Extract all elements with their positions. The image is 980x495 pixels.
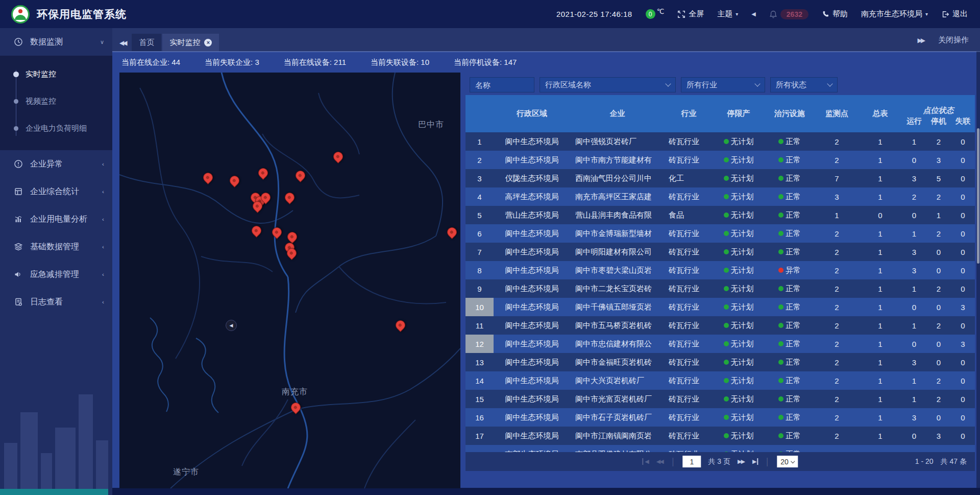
table-row[interactable]: 10阆中生态环境局阆中千佛镇五郎垭页岩砖瓦行业无计划正常21003: [465, 298, 975, 316]
table-row[interactable]: 8阆中生态环境局阆中市枣碧大梁山页岩砖瓦行业无计划异常21300: [465, 261, 975, 279]
cell-company: 阆中市江南镇阆南页岩: [570, 431, 665, 441]
table-row[interactable]: 14阆中生态环境局阆中大兴页岩机砖厂砖瓦行业无计划正常21120: [465, 371, 975, 390]
table-row[interactable]: 9阆中生态环境局阆中市二龙长宝页岩砖砖瓦行业无计划正常21120: [465, 279, 975, 298]
sidebar-subitem-realtime-monitor[interactable]: 实时监控: [0, 61, 112, 88]
table-row[interactable]: 4高坪生态环境局南充市高坪区王家店建砖瓦行业无计划正常31220: [465, 187, 975, 206]
sidebar-item-emergency-reduction[interactable]: 应急减排管理‹: [0, 261, 112, 288]
cell-monitor-points: 2: [815, 303, 859, 312]
prev-page-button[interactable]: ◀◀: [656, 458, 664, 465]
theme-dropdown[interactable]: 主题 ▾: [717, 9, 738, 19]
cell-monitor-points: 2: [815, 266, 859, 275]
table-row[interactable]: 17阆中生态环境局阆中市江南镇阆南页岩砖瓦行业无计划正常21030: [465, 427, 975, 445]
cell-region: 阆中生态环境局: [494, 229, 570, 239]
close-tab-icon[interactable]: ×: [204, 39, 212, 46]
cell-running: 3: [902, 248, 926, 256]
table-row[interactable]: 11阆中生态环境局阆中市五马桥页岩机砖砖瓦行业无计划正常21120: [465, 316, 975, 335]
tabs-scroll-left-icon[interactable]: ◀◀: [119, 39, 126, 46]
logout-button[interactable]: 退出: [941, 9, 968, 19]
cell-treatment-status: 正常: [764, 358, 815, 367]
scrollbar-thumb[interactable]: [977, 128, 979, 264]
stats-icon: [13, 186, 23, 197]
cell-industry: 化工: [665, 174, 713, 183]
region-filter-select[interactable]: 行政区域名称: [540, 77, 676, 92]
cell-treatment-status: 正常: [764, 155, 815, 165]
table-row[interactable]: 7阆中生态环境局阆中明阳建材有限公司砖瓦行业无计划正常21300: [465, 243, 975, 261]
filter-bar: 行政区域名称 所有行业 所有状态: [470, 77, 838, 92]
table-row[interactable]: 12阆中生态环境局阆中市忠信建材有限公砖瓦行业无计划正常21003: [465, 335, 975, 353]
page-number-input[interactable]: [682, 456, 701, 467]
sidebar-subitem-video-monitor[interactable]: 视频监控: [0, 88, 112, 115]
main-content: 当前在线企业: 44当前失联企业: 3当前在线设备: 211当前失联设备: 10…: [112, 52, 980, 488]
table-row[interactable]: 15阆中生态环境局阆中市光富页岩机砖厂砖瓦行业无计划正常21120: [465, 390, 975, 408]
app-title: 环保用电监管系统: [37, 7, 127, 21]
tabs-scroll-right-icon[interactable]: ▶▶: [918, 37, 924, 44]
sidebar-item-power-usage-analysis[interactable]: 企业用电量分析‹: [0, 205, 112, 233]
table-row[interactable]: 5营山生态环境局营山县润丰肉食品有限食品无计划正常10010: [465, 206, 975, 224]
industry-filter-select[interactable]: 所有行业: [681, 77, 765, 92]
sidebar-item-company-statistics[interactable]: 企业综合统计‹: [0, 178, 112, 205]
first-page-button[interactable]: ◀: [642, 458, 649, 465]
cell-treatment-status: 正常: [764, 192, 815, 202]
cell-monitor-points: 2: [815, 413, 859, 422]
help-button[interactable]: 帮助: [822, 9, 848, 19]
sidebar-item-data-monitor[interactable]: 数据监测∨: [0, 28, 112, 56]
cell-industry: 砖瓦行业: [665, 266, 713, 275]
cell-running: 0: [902, 156, 926, 164]
cell-region: 阆中生态环境局: [494, 431, 570, 441]
next-page-button[interactable]: ▶▶: [738, 458, 745, 465]
map-panel[interactable]: 巴中市南充市遂宁市: [119, 73, 460, 488]
table-row[interactable]: 13阆中生态环境局阆中市金福旺页岩机砖砖瓦行业无计划正常21300: [465, 353, 975, 371]
page-size-select[interactable]: 20: [777, 456, 798, 467]
cell-running: 3: [902, 174, 926, 183]
table-row[interactable]: 1阆中生态环境局阆中强锐页岩砖厂砖瓦行业无计划正常21120: [465, 132, 975, 151]
name-filter-input[interactable]: [475, 81, 529, 89]
table-row[interactable]: 6阆中生态环境局阆中市金博瑞新型墙材砖瓦行业无计划正常21120: [465, 224, 975, 243]
cell-running: 1: [902, 321, 926, 330]
col-total-meter: 总表: [859, 95, 902, 132]
close-operations-button[interactable]: 关闭操作: [938, 35, 969, 45]
cell-company: 营山县润丰肉食品有限: [570, 210, 665, 220]
cell-treatment-status: 正常: [764, 137, 815, 147]
chart-icon: [13, 214, 23, 224]
cell-monitor-points: 2: [815, 432, 859, 440]
chevron-down-icon: [665, 81, 671, 86]
table-row[interactable]: 2阆中生态环境局阆中市南方节能建材有砖瓦行业无计划正常21030: [465, 151, 975, 169]
sidebar-collapse-button[interactable]: ◀: [226, 320, 237, 331]
fullscreen-button[interactable]: 全屏: [677, 9, 704, 19]
cell-company: 阆中大兴页岩机砖厂: [570, 376, 665, 386]
col-limit: 停限产: [713, 95, 764, 132]
cell-region: 阆中生态环境局: [494, 247, 570, 257]
tab-home[interactable]: 首页: [132, 34, 161, 51]
window-scrollbar[interactable]: [976, 52, 980, 488]
status-filter-select[interactable]: 所有状态: [770, 77, 838, 92]
green-dot-icon: [724, 268, 729, 273]
cell-region: 高坪生态环境局: [494, 192, 570, 202]
sidebar-item-log-view[interactable]: 日志查看‹: [0, 288, 112, 316]
stat-当前失联设备: 当前失联设备: 10: [371, 58, 429, 67]
sidebar-item-company-abnormal[interactable]: 企业异常‹: [0, 150, 112, 178]
cell-stopped: 2: [926, 321, 951, 330]
green-dot-icon: [724, 213, 729, 218]
row-index: 1: [465, 132, 494, 151]
cell-region: 营山生态环境局: [494, 210, 570, 220]
sidebar-subitem-power-load-detail[interactable]: 企业电力负荷明细: [0, 115, 112, 142]
last-page-button[interactable]: ▶: [752, 458, 758, 465]
tab-realtime-monitor[interactable]: 实时监控 ×: [162, 34, 219, 51]
row-index: 3: [465, 169, 494, 187]
datetime-label: 2021-02-25 17:46:18: [556, 10, 632, 18]
cell-treatment-status: 正常: [764, 321, 815, 331]
sidebar-item-base-data[interactable]: 基础数据管理‹: [0, 233, 112, 261]
table-row[interactable]: 16阆中生态环境局阆中市石子页岩机砖厂砖瓦行业无计划正常21300: [465, 408, 975, 427]
notifications-widget[interactable]: 2632: [769, 9, 808, 19]
green-dot-icon: [778, 231, 783, 236]
sound-toggle[interactable]: ◀: [751, 11, 755, 17]
green-dot-icon: [724, 378, 729, 383]
fullscreen-icon: [677, 10, 685, 18]
cell-region: 阆中生态环境局: [494, 321, 570, 331]
table-row[interactable]: 3仪陇生态环境局西南油气田分公司川中化工无计划正常71350: [465, 169, 975, 187]
org-dropdown[interactable]: 南充市生态环境局 ▾: [861, 9, 928, 19]
cell-running: 1: [902, 376, 926, 385]
row-index: 2: [465, 151, 494, 169]
green-dot-icon: [778, 304, 783, 310]
cell-treatment-status: 正常: [764, 431, 815, 441]
